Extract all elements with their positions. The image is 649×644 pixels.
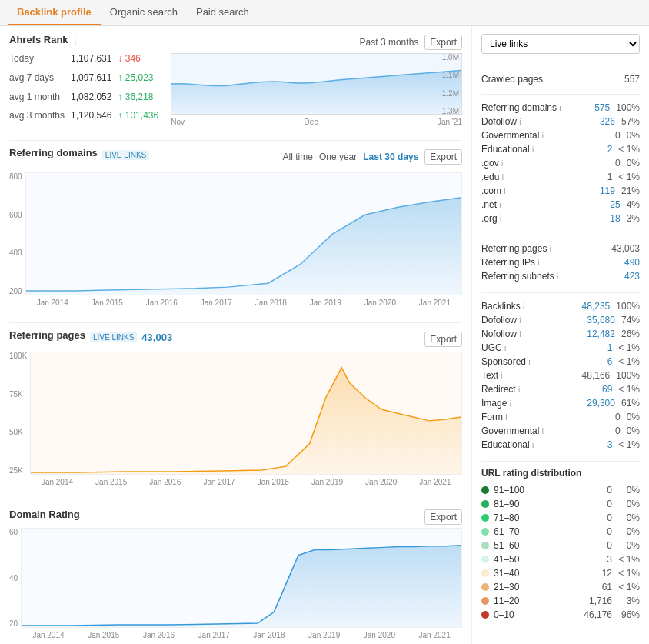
url-rating-range-5: 41–50 xyxy=(494,554,577,565)
right-rd-val-4: 0 xyxy=(615,158,621,169)
dr-x-2014: Jan 2014 xyxy=(32,631,64,639)
x-jan21: Jan '21 xyxy=(438,118,462,126)
rp-x-2019: Jan 2019 xyxy=(311,478,343,486)
rd-x-2018: Jan 2018 xyxy=(255,299,287,307)
right-bl-row-5: Text i 48,166 100% xyxy=(481,369,640,382)
right-rp-val-1: 490 xyxy=(624,257,640,268)
nav-organic-search[interactable]: Organic search xyxy=(101,0,187,25)
url-rating-pct-1: 0% xyxy=(617,499,640,509)
right-rd-pct-2: 0% xyxy=(627,130,640,141)
ref-pages-y-75k: 75K xyxy=(9,390,27,399)
url-rating-row-2: 71–80 0 0% xyxy=(481,511,640,525)
right-rp-row-0: Referring pages i 43,003 xyxy=(481,242,640,255)
url-rating-pct-6: < 1% xyxy=(617,568,640,579)
url-rating-range-0: 91–100 xyxy=(494,485,577,496)
right-rd-label-2: Governmental i xyxy=(481,130,544,141)
right-rd-row-3: Educational i 2 < 1% xyxy=(481,142,640,156)
live-links-dropdown[interactable]: Live links All links xyxy=(481,34,640,54)
rd-x-2015: Jan 2015 xyxy=(92,299,123,307)
filter-one-year[interactable]: One year xyxy=(319,152,357,162)
right-rd-row-1: Dofollow i 326 57% xyxy=(481,115,640,128)
right-bl-pct-9: 0% xyxy=(627,425,640,436)
top-nav: Backlink profile Organic search Paid sea… xyxy=(0,0,649,26)
url-rating-dot-7 xyxy=(481,583,489,591)
url-rating-val-8: 1,716 xyxy=(581,596,612,606)
ref-pages-live-badge: LIVE LINKS xyxy=(90,332,137,342)
right-rd-pct-6: 21% xyxy=(621,185,640,196)
url-rating-range-1: 81–90 xyxy=(494,499,577,509)
rd-x-2021: Jan 2021 xyxy=(419,299,451,307)
right-bl-pct-8: 0% xyxy=(627,412,640,422)
filter-all-time[interactable]: All time xyxy=(283,152,313,162)
right-bl-row-7: Image i 29,300 61% xyxy=(481,396,640,410)
right-rd-label-1: Dofollow i xyxy=(481,116,521,127)
url-rating-dot-6 xyxy=(481,569,489,577)
url-rating-row-6: 31–40 12 < 1% xyxy=(481,566,640,580)
right-rp-label-2: Referring subnets i xyxy=(481,271,558,282)
right-rd-label-8: .org i xyxy=(481,213,501,224)
url-rating-title: URL rating distribution xyxy=(481,468,640,479)
dr-x-2018: Jan 2018 xyxy=(253,631,285,639)
ref-domains-export[interactable]: Export xyxy=(424,149,462,165)
url-rating-val-6: 12 xyxy=(581,568,612,579)
ahrefs-rank-title: Ahrefs Rank xyxy=(9,34,68,45)
dr-x-labels: Jan 2014 Jan 2015 Jan 2016 Jan 2017 Jan … xyxy=(21,631,462,639)
x-nov: Nov xyxy=(171,118,185,126)
rank-7days-value: 1,097,611 xyxy=(71,72,111,90)
rd-x-2020: Jan 2020 xyxy=(364,299,396,307)
filter-last-30-days[interactable]: Last 30 days xyxy=(363,152,418,162)
rp-x-2016: Jan 2016 xyxy=(149,478,181,486)
right-bl-pct-4: < 1% xyxy=(618,356,640,367)
rd-x-2016: Jan 2016 xyxy=(146,299,178,307)
left-panel: Ahrefs Rank i Past 3 months Export Today… xyxy=(0,26,472,644)
ref-domains-title: Referring domains xyxy=(9,147,98,158)
domain-rating-chart xyxy=(21,528,462,628)
right-bl-label-2: Nofollow i xyxy=(481,329,521,339)
nav-backlink-profile[interactable]: Backlink profile xyxy=(8,0,101,25)
right-rd-row-2: Governmental i 0 0% xyxy=(481,128,640,142)
right-bl-val-8: 0 xyxy=(615,412,621,422)
right-bl-row-8: Form i 0 0% xyxy=(481,410,640,424)
right-bl-label-10: Educational i xyxy=(481,439,534,450)
domain-rating-export[interactable]: Export xyxy=(424,509,462,525)
main-container: Ahrefs Rank i Past 3 months Export Today… xyxy=(0,26,649,644)
right-rd-pct-3: < 1% xyxy=(618,144,640,155)
rank-grid: Today 1,107,631 ↓ 346 avg 7 days 1,097,6… xyxy=(9,53,158,128)
right-bl-row-4: Sponsored i 6 < 1% xyxy=(481,355,640,369)
chart-y-13m: 1.3M xyxy=(442,107,459,115)
ref-domains-chart xyxy=(25,172,462,295)
url-rating-row-9: 0–10 46,176 96% xyxy=(481,608,640,622)
ahrefs-rank-export[interactable]: Export xyxy=(424,35,462,50)
ref-domains-y-600: 600 xyxy=(9,211,22,219)
url-rating-val-4: 0 xyxy=(581,540,612,551)
right-bl-val-3: 1 xyxy=(607,342,613,353)
url-rating-range-6: 31–40 xyxy=(494,568,577,579)
dr-x-2017: Jan 2017 xyxy=(198,631,230,639)
right-rd-pct-7: 4% xyxy=(627,199,640,210)
right-bl-val-6: 69 xyxy=(602,384,612,395)
right-bl-label-4: Sponsored i xyxy=(481,356,531,367)
url-rating-range-9: 0–10 xyxy=(494,609,577,620)
rank-3months-change: ↑ 101,436 xyxy=(118,110,158,128)
right-bl-pct-10: < 1% xyxy=(618,439,640,450)
url-rating-pct-5: < 1% xyxy=(617,554,640,565)
ref-pages-y-50k: 50K xyxy=(9,428,27,436)
right-rp-row-2: Referring subnets i 423 xyxy=(481,269,640,283)
url-rating-row-8: 11–20 1,716 3% xyxy=(481,594,640,608)
right-bl-val-4: 6 xyxy=(607,356,613,367)
nav-paid-search[interactable]: Paid search xyxy=(187,0,258,25)
url-rating-row-1: 81–90 0 0% xyxy=(481,497,640,511)
right-bl-label-0: Backlinks i xyxy=(481,301,524,312)
ahrefs-rank-info[interactable]: i xyxy=(75,38,76,47)
ref-pages-export[interactable]: Export xyxy=(424,332,462,347)
right-bl-label-7: Image i xyxy=(481,398,511,409)
rp-x-2015: Jan 2015 xyxy=(95,478,127,486)
ahrefs-rank-header: Ahrefs Rank i Past 3 months Export xyxy=(9,34,462,50)
rd-x-2014: Jan 2014 xyxy=(37,299,68,307)
url-rating-row-4: 51–60 0 0% xyxy=(481,539,640,552)
url-rating-dot-9 xyxy=(481,611,489,619)
right-rd-row-8: .org i 18 3% xyxy=(481,212,640,225)
right-bl-row-0: Backlinks i 48,235 100% xyxy=(481,299,640,313)
url-rating-val-0: 0 xyxy=(581,485,612,496)
right-rd-val-6: 119 xyxy=(600,185,615,196)
